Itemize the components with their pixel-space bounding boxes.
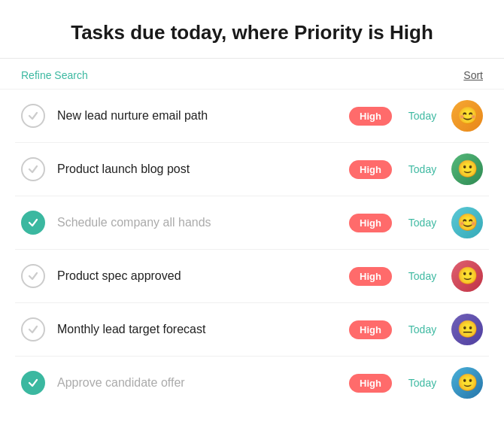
due-date-2: Today — [405, 163, 439, 175]
refine-search-link[interactable]: Refine Search — [21, 69, 88, 81]
task-checkbox-3[interactable] — [21, 211, 45, 235]
due-date-6: Today — [405, 377, 439, 389]
sort-button[interactable]: Sort — [463, 69, 483, 81]
task-row: Product spec approvedHighToday🙂 — [15, 250, 489, 303]
task-name-6: Approve candidate offer — [57, 376, 349, 390]
page-title: Tasks due today, where Priority is High — [15, 21, 489, 44]
due-date-1: Today — [405, 110, 439, 122]
due-date-4: Today — [405, 270, 439, 282]
priority-badge-1: High — [349, 107, 392, 126]
due-date-5: Today — [405, 323, 439, 335]
task-checkbox-1[interactable] — [21, 104, 45, 128]
priority-badge-6: High — [349, 374, 392, 393]
avatar-3: 😊 — [451, 207, 483, 238]
task-name-3: Schedule company all hands — [57, 216, 349, 229]
avatar-6: 🙂 — [451, 367, 483, 399]
priority-badge-5: High — [349, 320, 392, 339]
priority-badge-4: High — [349, 267, 392, 286]
avatar-1: 😊 — [451, 100, 483, 132]
page-header: Tasks due today, where Priority is High — [0, 0, 504, 59]
task-row: Monthly lead target forecastHighToday😐 — [15, 303, 489, 357]
avatar-4: 🙂 — [451, 260, 483, 292]
task-row: New lead nurture email pathHighToday😊 — [15, 90, 489, 143]
toolbar: Refine Search Sort — [0, 59, 504, 90]
task-name-4: Product spec approved — [57, 269, 349, 283]
priority-badge-2: High — [349, 160, 392, 179]
priority-badge-3: High — [349, 214, 392, 232]
task-row: Approve candidate offerHighToday🙂 — [15, 357, 489, 409]
task-checkbox-2[interactable] — [21, 157, 45, 181]
avatar-2: 🙂 — [451, 153, 483, 185]
task-checkbox-6[interactable] — [21, 371, 45, 395]
task-checkbox-5[interactable] — [21, 317, 45, 341]
avatar-5: 😐 — [451, 314, 483, 345]
task-row: Schedule company all handsHighToday😊 — [15, 196, 489, 250]
page-container: Tasks due today, where Priority is High … — [0, 0, 504, 409]
task-list: New lead nurture email pathHighToday😊Pro… — [0, 90, 504, 409]
task-checkbox-4[interactable] — [21, 264, 45, 288]
task-row: Product launch blog postHighToday🙂 — [15, 143, 489, 196]
due-date-3: Today — [405, 217, 439, 229]
task-name-2: Product launch blog post — [57, 162, 349, 176]
task-name-5: Monthly lead target forecast — [57, 323, 349, 336]
task-name-1: New lead nurture email path — [57, 109, 349, 123]
